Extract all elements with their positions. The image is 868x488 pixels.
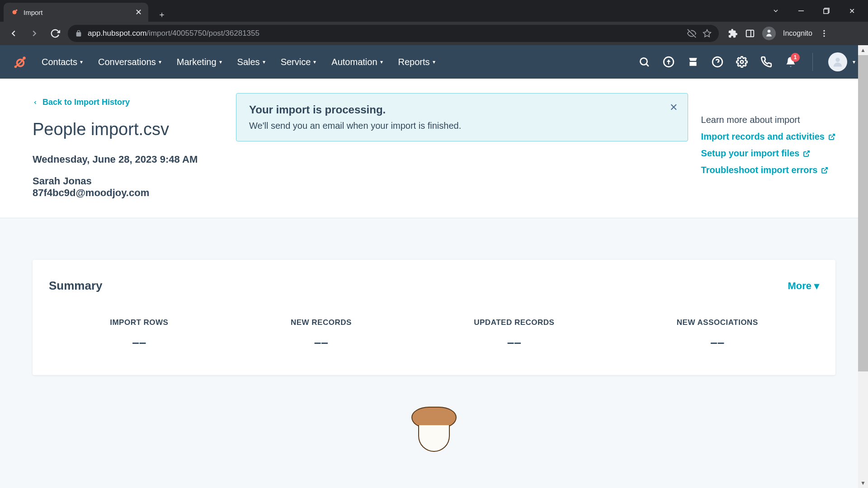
svg-point-24 xyxy=(835,58,840,62)
tab-title: Import xyxy=(24,9,131,16)
chevron-down-icon: ▾ xyxy=(433,59,435,65)
summary-card: Summary More▾ IMPORT ROWS –– NEW RECORDS… xyxy=(33,260,835,375)
app-nav: Contacts▾ Conversations▾ Marketing▾ Sale… xyxy=(0,45,868,79)
avatar-icon xyxy=(828,52,847,71)
lock-icon xyxy=(75,30,82,37)
alert-title: Your import is processing. xyxy=(249,103,675,116)
svg-point-11 xyxy=(823,33,825,34)
svg-point-17 xyxy=(14,66,17,68)
import-date: Wednesday, June 28, 2023 9:48 AM xyxy=(33,154,204,165)
window-controls: ✕ xyxy=(769,5,868,17)
close-tab-icon[interactable]: ✕ xyxy=(135,7,142,17)
svg-point-18 xyxy=(640,58,647,65)
toolbar-right: Incognito xyxy=(728,27,829,40)
calling-icon[interactable] xyxy=(760,56,773,68)
nav-icons: 1 ▾ xyxy=(638,53,855,71)
address-bar[interactable]: app.hubspot.com/import/40055750/post/362… xyxy=(68,25,719,42)
svg-rect-5 xyxy=(824,9,828,14)
nav-conversations[interactable]: Conversations▾ xyxy=(98,57,161,67)
browser-menu-icon[interactable] xyxy=(820,29,829,38)
close-alert-icon[interactable]: ✕ xyxy=(670,102,678,113)
scroll-down-icon[interactable]: ▼ xyxy=(858,478,868,488)
nav-contacts[interactable]: Contacts▾ xyxy=(42,57,83,67)
nav-divider xyxy=(812,53,813,71)
chevron-down-icon: ▾ xyxy=(380,59,383,65)
nav-automation[interactable]: Automation▾ xyxy=(331,57,382,67)
url-text: app.hubspot.com/import/40055750/post/362… xyxy=(88,29,259,38)
hubspot-logo-icon[interactable] xyxy=(13,54,28,70)
back-button[interactable] xyxy=(5,25,22,42)
chevron-down-icon: ▾ xyxy=(159,59,161,65)
search-icon[interactable] xyxy=(638,56,651,68)
incognito-avatar-icon[interactable] xyxy=(762,27,776,40)
hubspot-favicon-icon xyxy=(10,8,19,17)
stat-new-associations: NEW ASSOCIATIONS –– xyxy=(677,318,758,350)
new-tab-button[interactable]: ＋ xyxy=(155,7,169,22)
alert-subtitle: We'll send you an email when your import… xyxy=(249,121,675,131)
account-menu[interactable]: ▾ xyxy=(828,56,855,68)
upgrade-icon[interactable] xyxy=(662,56,675,68)
chevron-down-icon: ▾ xyxy=(263,59,265,65)
settings-gear-icon[interactable] xyxy=(736,56,748,68)
help-icon[interactable] xyxy=(711,56,724,68)
chevron-down-icon: ▾ xyxy=(853,59,855,65)
svg-point-23 xyxy=(741,61,744,64)
svg-rect-8 xyxy=(746,30,754,37)
notification-badge: 1 xyxy=(791,53,800,62)
bookmark-star-icon[interactable] xyxy=(703,29,712,38)
external-link-icon xyxy=(828,133,835,141)
external-link-icon xyxy=(803,150,810,157)
svg-marker-7 xyxy=(703,30,711,37)
svg-line-25 xyxy=(831,134,835,137)
help-link-troubleshoot[interactable]: Troubleshoot import errors xyxy=(701,165,835,175)
nav-reports[interactable]: Reports▾ xyxy=(398,57,435,67)
stat-new-records: NEW RECORDS –– xyxy=(291,318,352,350)
eye-off-icon[interactable] xyxy=(687,29,696,38)
help-heading: Learn more about import xyxy=(701,115,835,125)
nav-service[interactable]: Service▾ xyxy=(281,57,316,67)
back-to-history-link[interactable]: Back to Import History xyxy=(33,98,204,107)
help-link-records[interactable]: Import records and activities xyxy=(701,131,835,142)
side-panel-icon[interactable] xyxy=(745,28,755,38)
svg-line-27 xyxy=(824,168,827,171)
processing-alert: Your import is processing. We'll send yo… xyxy=(236,93,688,141)
nav-marketing[interactable]: Marketing▾ xyxy=(177,57,222,67)
tab-strip: Import ✕ ＋ xyxy=(0,0,169,22)
page-content: Back to Import History People import.csv… xyxy=(0,79,868,452)
stats-row: IMPORT ROWS –– NEW RECORDS –– UPDATED RE… xyxy=(49,318,819,350)
help-link-setup[interactable]: Setup your import files xyxy=(701,148,835,159)
notifications-bell-icon[interactable]: 1 xyxy=(784,56,797,68)
browser-toolbar: app.hubspot.com/import/40055750/post/362… xyxy=(0,22,868,45)
import-user: Sarah Jonas 87f4bc9d@moodjoy.com xyxy=(33,175,204,199)
minimize-window-icon[interactable] xyxy=(795,5,807,17)
chevron-down-icon: ▾ xyxy=(80,59,83,65)
svg-point-12 xyxy=(823,35,825,37)
close-window-icon[interactable]: ✕ xyxy=(845,5,858,17)
svg-point-10 xyxy=(823,30,825,32)
summary-title: Summary xyxy=(49,279,103,293)
svg-line-19 xyxy=(646,64,649,66)
chevron-down-icon: ▾ xyxy=(814,280,819,292)
incognito-label: Incognito xyxy=(783,29,812,38)
extensions-icon[interactable] xyxy=(728,28,738,38)
nav-sales[interactable]: Sales▾ xyxy=(237,57,265,67)
tab-search-icon[interactable] xyxy=(769,5,782,17)
scroll-up-icon[interactable]: ▲ xyxy=(858,45,868,55)
reload-button[interactable] xyxy=(47,25,63,42)
forward-button[interactable] xyxy=(26,25,42,42)
marketplace-icon[interactable] xyxy=(687,56,699,68)
svg-line-26 xyxy=(806,151,809,154)
chevron-down-icon: ▾ xyxy=(219,59,222,65)
maximize-window-icon[interactable] xyxy=(820,5,833,17)
browser-tab[interactable]: Import ✕ xyxy=(4,3,148,22)
scrollbar-thumb[interactable] xyxy=(858,55,868,371)
more-dropdown[interactable]: More▾ xyxy=(788,280,819,292)
browser-titlebar: Import ✕ ＋ ✕ xyxy=(0,0,868,22)
acorn-illustration-icon xyxy=(409,407,459,452)
stat-import-rows: IMPORT ROWS –– xyxy=(110,318,168,350)
external-link-icon xyxy=(821,167,828,174)
scrollbar[interactable]: ▲ ▼ xyxy=(858,45,868,488)
help-panel: Learn more about import Import records a… xyxy=(701,115,835,182)
nav-items: Contacts▾ Conversations▾ Marketing▾ Sale… xyxy=(42,57,435,67)
header-section: Back to Import History People import.csv… xyxy=(0,79,868,218)
